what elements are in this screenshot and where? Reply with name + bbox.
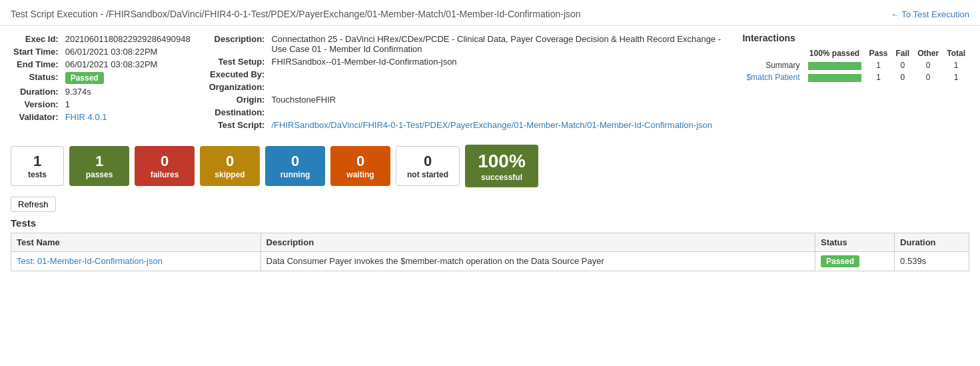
- interactions-col-name: [742, 47, 803, 59]
- stat-tests: 1 tests: [11, 146, 64, 186]
- progress-bar-fill: [808, 62, 861, 70]
- stat-not-started: 0 not started: [396, 146, 460, 186]
- duration-row: Duration: 9.374s: [11, 85, 193, 98]
- test-script-label: Test Script:: [207, 119, 269, 131]
- test-setup-value: FHIRSandbox--01-Member-Id-Confirmation-j…: [268, 55, 729, 68]
- version-value: 1: [63, 98, 193, 111]
- stats-row: 1 tests 1 passes 0 failures 0 skipped 0 …: [0, 138, 980, 194]
- interactions-row-pass: 1: [865, 59, 892, 71]
- start-time-value: 06/01/2021 03:08:22PM: [63, 45, 193, 58]
- test-script-link[interactable]: /FHIRSandbox/DaVinci/FHIR4-0-1-Test/PDEX…: [271, 120, 712, 130]
- meta-left: Exec Id: 20210601180822929286490948 Star…: [11, 33, 193, 131]
- stat-passes-label: passes: [86, 170, 113, 179]
- test-setup-row: Test Setup: FHIRSandbox--01-Member-Id-Co…: [207, 55, 730, 68]
- executed-by-label: Executed By:: [207, 68, 269, 81]
- organization-row: Organization:: [207, 81, 730, 93]
- interactions-progress-cell: [804, 71, 865, 83]
- interactions-row-total: 1: [943, 71, 969, 83]
- version-row: Version: 1: [11, 98, 193, 111]
- status-row: Status: Passed: [11, 71, 193, 85]
- stat-passes-num: 1: [95, 153, 103, 170]
- title-text: Test Script Execution: [11, 9, 98, 19]
- stat-failures-num: 0: [161, 153, 169, 170]
- page-title: Test Script Execution - /FHIRSandbox/DaV…: [11, 8, 581, 20]
- stat-skipped: 0 skipped: [200, 146, 260, 186]
- exec-id-value: 20210601180822929286490948: [63, 33, 193, 45]
- status-badge: Passed: [65, 72, 104, 84]
- origin-label: Origin:: [207, 93, 269, 106]
- interactions-row-pass: 1: [865, 71, 892, 83]
- tests-table-header: Test Name Description Status Duration: [11, 233, 969, 251]
- stat-running-label: running: [280, 170, 310, 179]
- interactions-col-total: Total: [943, 47, 969, 59]
- meta-middle: Description: Connectathon 25 - DaVinci H…: [207, 33, 730, 131]
- test-script-row: Test Script: /FHIRSandbox/DaVinci/FHIR4-…: [207, 119, 730, 131]
- destination-value: [268, 106, 729, 119]
- test-description: Data Consumer Payer invokes the $member-…: [260, 251, 815, 271]
- origin-row: Origin: TouchstoneFHIR: [207, 93, 730, 106]
- tests-table: Test Name Description Status Duration Te…: [11, 233, 969, 271]
- interactions-row-other: 0: [913, 59, 943, 71]
- tests-section-title: Tests: [11, 217, 969, 229]
- duration-value: 9.374s: [63, 85, 193, 98]
- description-value: Connectathon 25 - DaVinci HRex/CDex/PCDE…: [268, 33, 729, 55]
- stat-skipped-label: skipped: [215, 170, 245, 179]
- interactions-title: Interactions: [742, 33, 969, 43]
- title-subtitle: - /FHIRSandbox/DaVinci/FHIR4-0-1-Test/PD…: [98, 9, 581, 19]
- stat-tests-label: tests: [28, 170, 47, 179]
- description-label: Description:: [207, 33, 269, 55]
- stat-tests-num: 1: [33, 153, 41, 170]
- interactions-panel: Interactions 100% passed Pass Fail Other…: [742, 33, 969, 131]
- destination-label: Destination:: [207, 106, 269, 119]
- exec-id-row: Exec Id: 20210601180822929286490948: [11, 33, 193, 45]
- refresh-area: Refresh: [0, 194, 980, 217]
- tests-col-duration: Duration: [895, 233, 969, 251]
- origin-value: TouchstoneFHIR: [268, 93, 729, 106]
- stat-waiting-num: 0: [356, 153, 364, 170]
- tests-col-status: Status: [815, 233, 894, 251]
- stat-running: 0 running: [265, 146, 325, 186]
- interactions-table: 100% passed Pass Fail Other Total Summar…: [742, 47, 969, 83]
- test-name-link[interactable]: Test: 01-Member-Id-Confirmation-json: [17, 256, 163, 266]
- duration-label: Duration:: [11, 85, 63, 98]
- stat-waiting-label: waiting: [346, 170, 374, 179]
- stat-running-num: 0: [291, 153, 299, 170]
- interactions-row: $match Patient1001: [742, 71, 969, 83]
- tests-col-description: Description: [260, 233, 815, 251]
- exec-id-label: Exec Id:: [11, 33, 63, 45]
- stat-waiting: 0 waiting: [330, 146, 390, 186]
- main-content: Exec Id: 20210601180822929286490948 Star…: [0, 26, 980, 138]
- page-header: Test Script Execution - /FHIRSandbox/DaV…: [0, 0, 980, 26]
- interactions-row-total: 1: [943, 59, 969, 71]
- test-setup-label: Test Setup:: [207, 55, 269, 68]
- description-row: Description: Connectathon 25 - DaVinci H…: [207, 33, 730, 55]
- to-test-execution-link[interactable]: To Test Execution: [891, 9, 969, 19]
- stat-not-started-num: 0: [424, 153, 432, 170]
- interactions-row-fail: 0: [892, 59, 914, 71]
- end-time-label: End Time:: [11, 58, 63, 71]
- stat-success-label: successful: [481, 173, 522, 182]
- stat-passes: 1 passes: [69, 146, 129, 186]
- interactions-col-fail: Fail: [892, 47, 914, 59]
- interactions-row-label: Summary: [742, 59, 803, 71]
- executed-by-value: [268, 68, 729, 81]
- validator-label: Validator:: [11, 111, 63, 123]
- refresh-button[interactable]: Refresh: [11, 197, 56, 212]
- end-time-value: 06/01/2021 03:08:32PM: [63, 58, 193, 71]
- stat-failures-label: failures: [151, 170, 179, 179]
- validator-link[interactable]: FHIR 4.0.1: [65, 112, 107, 122]
- tests-col-name: Test Name: [11, 233, 261, 251]
- destination-row: Destination:: [207, 106, 730, 119]
- start-time-label: Start Time:: [11, 45, 63, 58]
- stat-success-pct: 100%: [478, 150, 526, 173]
- interactions-row: Summary1001: [742, 59, 969, 71]
- match-link[interactable]: $match: [746, 73, 772, 82]
- page-title-main: Test Script Execution - /FHIRSandbox/DaV…: [11, 8, 581, 19]
- progress-bar-container: [808, 74, 861, 82]
- executed-by-row: Executed By:: [207, 68, 730, 81]
- patient-link[interactable]: Patient: [773, 73, 800, 82]
- progress-bar-container: [808, 62, 861, 70]
- organization-label: Organization:: [207, 81, 269, 93]
- stat-failures: 0 failures: [135, 146, 195, 186]
- table-row: Test: 01-Member-Id-Confirmation-jsonData…: [11, 251, 969, 271]
